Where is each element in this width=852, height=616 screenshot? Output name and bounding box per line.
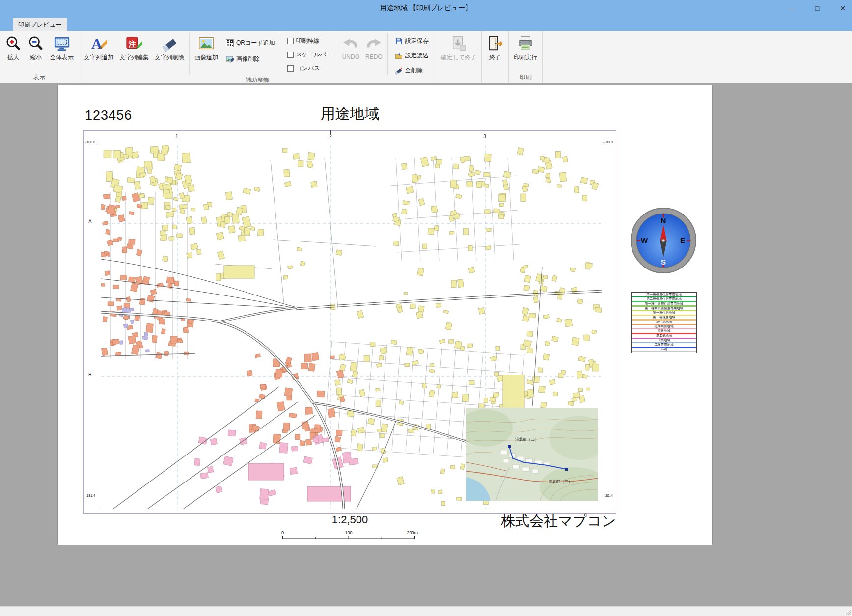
map-frame[interactable]: 港北町（二） 港北町（三） <box>101 145 602 508</box>
ruler-tick <box>330 130 331 134</box>
edit-text-icon: 注 <box>126 35 142 52</box>
tab-label: 印刷プレビュー <box>18 21 62 29</box>
zoom-out-icon <box>27 35 44 52</box>
add-text-button[interactable]: A 文字列追加 <box>81 32 116 64</box>
delete-all-icon <box>395 67 403 75</box>
load-settings-button[interactable]: 設定読込 <box>393 51 431 61</box>
button-label: 画像削除 <box>236 55 260 63</box>
separator <box>189 33 190 75</box>
minimize-button[interactable]: — <box>787 4 796 12</box>
separator <box>282 33 282 75</box>
checkbox-label: 印刷枠線 <box>296 37 320 45</box>
legend-item: 工業専用地域 <box>632 343 696 348</box>
ribbon: 拡大 縮小 全体表示 表示 <box>0 31 852 83</box>
group-label-confirm <box>438 75 480 83</box>
inset-map-frame: 港北町（二） 港北町（三） <box>466 408 598 501</box>
delete-text-button[interactable]: 文字列削除 <box>152 32 187 64</box>
checkbox-box[interactable] <box>287 65 294 72</box>
exit-button[interactable]: 終了 <box>484 32 506 64</box>
compass-west-label: W <box>641 236 648 244</box>
zoom-in-icon <box>5 35 22 52</box>
undo-button[interactable]: UNDO <box>339 32 362 62</box>
corner-coordinate: -181.4 <box>603 494 613 497</box>
legend-items: 第一種低層住居専用地域第二種低層住居専用地域第一種中高層住居専用地域第二種中高層… <box>632 293 696 352</box>
separator <box>387 33 388 75</box>
exit-icon <box>487 35 503 52</box>
add-qr-button[interactable]: QRコード追加 <box>224 38 277 48</box>
checkbox-box[interactable] <box>287 38 294 44</box>
checkbox-print-border[interactable]: 印刷枠線 <box>287 37 332 45</box>
add-image-button[interactable]: 画像追加 <box>192 32 221 64</box>
ribbon-group-confirm: 確定して終了 <box>436 31 482 83</box>
page-title: 用途地域 <box>83 104 616 124</box>
button-label: 設定読込 <box>405 52 429 60</box>
inset-label: 港北町（三） <box>549 480 572 484</box>
titlebar: 用途地域 【印刷プレビュー】 — □ ✕ <box>0 0 852 16</box>
print-option-checkboxes: 印刷枠線 スケールバー コンパス <box>284 32 335 73</box>
svg-text:注: 注 <box>128 40 136 48</box>
legend-item: 準住居地域 <box>632 321 696 325</box>
ribbon-group-decorate: A 文字列追加 注 文字列編集 <box>79 31 436 83</box>
legend-item: 第二種中高層住居専用地域 <box>632 307 696 311</box>
compass-icon: N W E S <box>629 206 698 275</box>
delete-image-button[interactable]: 画像削除 <box>224 54 277 64</box>
group-label-view: 表示 <box>2 73 77 83</box>
legend-item: 第二種低層住居専用地域 <box>632 297 696 302</box>
legend-item: 第二種住居地域 <box>632 316 696 320</box>
load-settings-icon <box>395 52 403 60</box>
button-label: 拡大 <box>7 54 19 62</box>
corner-coordinate: -181.4 <box>85 494 95 497</box>
ruler-column: 3 <box>481 134 488 139</box>
confirm-exit-icon <box>450 35 467 52</box>
window-title: 用途地域 【印刷プレビュー】 <box>380 4 472 13</box>
confirm-exit-button[interactable]: 確定して終了 <box>438 32 480 64</box>
redo-icon <box>365 35 382 52</box>
button-label: 設定保存 <box>405 37 429 45</box>
tab-print-preview[interactable]: 印刷プレビュー <box>13 18 67 31</box>
legend-item: 第一種中高層住居専用地域 <box>632 302 696 307</box>
resize-grip[interactable] <box>845 609 851 615</box>
checkbox-box[interactable] <box>287 52 294 58</box>
fit-view-button[interactable]: 全体表示 <box>47 32 77 64</box>
button-label: 画像追加 <box>194 54 218 62</box>
preview-area[interactable]: 123456 用途地域 1 2 3 A B -180.8 -180.8 -181… <box>0 83 852 606</box>
button-label: REDO <box>365 54 383 60</box>
print-button[interactable]: 印刷実行 <box>511 32 540 64</box>
legend-box: 第一種低層住居専用地域第二種低層住居専用地域第一種中高層住居専用地域第二種中高層… <box>631 292 697 353</box>
button-label: QRコード追加 <box>236 39 275 47</box>
company-name: 株式会社マプコン <box>83 511 616 531</box>
edit-text-button[interactable]: 注 文字列編集 <box>116 32 152 64</box>
compass: N W E S <box>629 206 698 275</box>
checkbox-scale-bar[interactable]: スケールバー <box>287 51 332 59</box>
button-label: UNDO <box>342 54 359 60</box>
tab-strip: 印刷プレビュー <box>0 16 852 31</box>
legend-item: 第一種住居地域 <box>632 311 696 316</box>
fit-view-icon <box>54 35 70 52</box>
save-settings-icon <box>395 37 403 45</box>
checkbox-label: コンパス <box>296 64 320 73</box>
settings-buttons: 設定保存 設定読込 全削除 <box>390 32 434 76</box>
scale-bar-line <box>282 536 415 539</box>
image-small-buttons: QRコード追加 画像削除 <box>221 32 280 64</box>
delete-all-button[interactable]: 全削除 <box>393 65 431 76</box>
legend-item: 商業地域 <box>632 329 696 334</box>
window-controls: — □ ✕ <box>787 0 847 16</box>
checkbox-compass[interactable]: コンパス <box>287 64 332 73</box>
group-label-decorate: 補助整飾 <box>81 76 434 84</box>
redo-button[interactable]: REDO <box>362 32 385 62</box>
button-label: 文字列編集 <box>119 54 149 62</box>
legend-item: 近隣商業地域 <box>632 325 696 329</box>
button-label: 印刷実行 <box>514 54 537 62</box>
scale-bar-label: 0 <box>281 530 284 535</box>
save-settings-button[interactable]: 設定保存 <box>393 36 431 46</box>
checkbox-label: スケールバー <box>296 51 332 59</box>
delete-image-icon <box>226 55 234 63</box>
zoom-in-button[interactable]: 拡大 <box>2 32 25 64</box>
close-button[interactable]: ✕ <box>838 4 847 12</box>
maximize-button[interactable]: □ <box>813 4 822 12</box>
legend-item: 不明 <box>632 348 696 352</box>
zoom-out-button[interactable]: 縮小 <box>25 32 47 64</box>
compass-south-label: S <box>661 258 666 266</box>
ribbon-group-view: 拡大 縮小 全体表示 表示 <box>0 31 79 83</box>
button-label: 全削除 <box>405 66 423 75</box>
